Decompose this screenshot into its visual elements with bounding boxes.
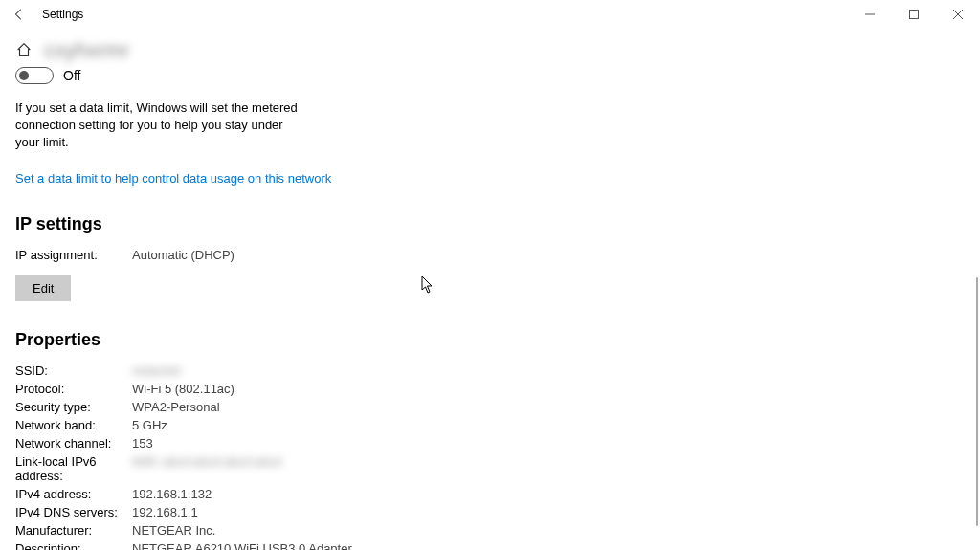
svg-rect-1 [910, 11, 919, 19]
property-value: fe80::abcd:abcd:abcd:abcd [132, 454, 281, 483]
metered-toggle-row: Off [15, 67, 683, 84]
property-value: 192.168.1.1 [132, 505, 198, 519]
property-key: Manufacturer: [15, 523, 132, 538]
property-key: SSID: [15, 363, 132, 378]
property-value: 153 [132, 436, 153, 451]
arrow-left-icon [12, 8, 26, 21]
ip-settings-heading: IP settings [15, 214, 683, 234]
property-key: Network band: [15, 418, 132, 432]
property-value: redacted [132, 363, 181, 378]
property-row: Network band:5 GHz [15, 418, 683, 432]
metered-toggle-label: Off [63, 68, 80, 83]
minimize-icon [865, 10, 875, 19]
property-row: Security type:WPA2-Personal [15, 400, 683, 414]
property-value: NETGEAR Inc. [132, 523, 215, 538]
close-button[interactable] [936, 0, 980, 29]
network-name: cxyhxrmr [44, 38, 129, 63]
metered-toggle[interactable] [15, 67, 54, 84]
titlebar: Settings [0, 0, 980, 29]
property-value: 5 GHz [132, 418, 167, 432]
metered-description: If you set a data limit, Windows will se… [15, 99, 302, 152]
property-key: IPv4 address: [15, 487, 132, 501]
property-value: 192.168.1.132 [132, 487, 212, 501]
property-row: SSID:redacted [15, 363, 683, 378]
property-key: Link-local IPv6 address: [15, 454, 132, 483]
home-icon [15, 41, 34, 60]
property-value: WPA2-Personal [132, 400, 220, 414]
window-controls [848, 0, 980, 29]
property-row: Network channel:153 [15, 436, 683, 451]
property-key: Protocol: [15, 382, 132, 396]
maximize-icon [909, 10, 919, 19]
properties-list: SSID:redactedProtocol:Wi-Fi 5 (802.11ac)… [15, 363, 683, 550]
property-row: Protocol:Wi-Fi 5 (802.11ac) [15, 382, 683, 396]
property-value: NETGEAR A6210 WiFi USB3.0 Adapter [132, 541, 352, 550]
property-row: IPv4 DNS servers:192.168.1.1 [15, 505, 683, 519]
property-row: IPv4 address:192.168.1.132 [15, 487, 683, 501]
page-content: cxyhxrmr Off If you set a data limit, Wi… [0, 29, 699, 550]
properties-heading: Properties [15, 330, 683, 350]
scrollbar[interactable] [976, 277, 978, 526]
close-icon [953, 10, 963, 19]
titlebar-title: Settings [42, 8, 83, 21]
network-header: cxyhxrmr [15, 38, 683, 63]
property-key: IPv4 DNS servers: [15, 505, 132, 519]
property-row: Manufacturer:NETGEAR Inc. [15, 523, 683, 538]
ip-assignment-value: Automatic (DHCP) [132, 248, 234, 262]
property-key: Security type: [15, 400, 132, 414]
set-data-limit-link[interactable]: Set a data limit to help control data us… [15, 171, 331, 186]
ip-assignment-label: IP assignment: [15, 248, 132, 262]
toggle-knob [19, 71, 29, 80]
minimize-button[interactable] [848, 0, 892, 29]
maximize-button[interactable] [892, 0, 936, 29]
property-key: Network channel: [15, 436, 132, 451]
property-value: Wi-Fi 5 (802.11ac) [132, 382, 234, 396]
property-key: Description: [15, 541, 132, 550]
property-row: Description:NETGEAR A6210 WiFi USB3.0 Ad… [15, 541, 683, 550]
back-button[interactable] [8, 3, 31, 26]
ip-assignment-row: IP assignment: Automatic (DHCP) [15, 248, 683, 262]
property-row: Link-local IPv6 address:fe80::abcd:abcd:… [15, 454, 683, 483]
edit-button[interactable]: Edit [15, 275, 71, 301]
